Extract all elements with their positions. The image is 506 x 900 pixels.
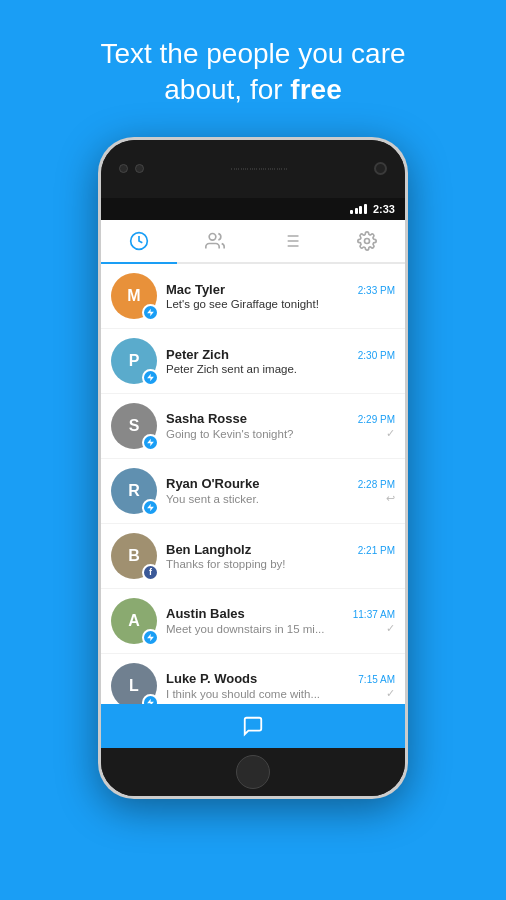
phone-top-bezel (101, 140, 405, 198)
tab-bar (101, 220, 405, 264)
status-icon-luke-p-woods: ✓ (386, 687, 395, 700)
bottom-nav-bar (101, 704, 405, 748)
badge-luke-p-woods (142, 694, 159, 704)
badge-ben-langholz: f (142, 564, 159, 581)
tab-settings[interactable] (329, 220, 405, 262)
chat-preview-austin-bales: Meet you downstairs in 15 mi... (166, 623, 382, 635)
chat-content-mac-tyler: Mac Tyler2:33 PMLet's go see Giraffage t… (166, 282, 395, 310)
camera-dots (119, 164, 144, 173)
promo-header: Text the people you care about, for free (60, 36, 445, 109)
tab-contacts[interactable] (177, 220, 253, 262)
tab-recent[interactable] (101, 220, 177, 264)
chat-preview-mac-tyler: Let's go see Giraffage tonight! (166, 298, 395, 310)
avatar-wrapper-ryan-orourke: R (111, 468, 157, 514)
chat-content-ben-langholz: Ben Langholz2:21 PMThanks for stopping b… (166, 542, 395, 570)
avatar-wrapper-peter-zich: P (111, 338, 157, 384)
chat-name-ryan-orourke: Ryan O'Rourke (166, 476, 259, 491)
settings-icon (357, 231, 377, 251)
clock-icon (129, 231, 149, 251)
tab-list[interactable] (253, 220, 329, 262)
svg-point-1 (209, 233, 216, 240)
chat-item-ryan-orourke[interactable]: RRyan O'Rourke2:28 PMYou sent a sticker.… (101, 459, 405, 524)
svg-point-8 (365, 238, 370, 243)
chat-time-sasha-rosse: 2:29 PM (358, 414, 395, 425)
home-button[interactable] (236, 755, 270, 789)
list-icon (281, 231, 301, 251)
chat-content-sasha-rosse: Sasha Rosse2:29 PMGoing to Kevin's tonig… (166, 411, 395, 440)
chat-time-ben-langholz: 2:21 PM (358, 545, 395, 556)
avatar-wrapper-mac-tyler: M (111, 273, 157, 319)
chat-preview-ben-langholz: Thanks for stopping by! (166, 558, 395, 570)
chat-name-sasha-rosse: Sasha Rosse (166, 411, 247, 426)
status-icon-austin-bales: ✓ (386, 622, 395, 635)
chat-name-luke-p-woods: Luke P. Woods (166, 671, 257, 686)
badge-ryan-orourke (142, 499, 159, 516)
compose-icon[interactable] (242, 715, 264, 737)
camera-dot-1 (119, 164, 128, 173)
speaker-grille (232, 164, 287, 174)
chat-item-mac-tyler[interactable]: MMac Tyler2:33 PMLet's go see Giraffage … (101, 264, 405, 329)
chat-preview-ryan-orourke: You sent a sticker. (166, 493, 382, 505)
chat-content-peter-zich: Peter Zich2:30 PMPeter Zich sent an imag… (166, 347, 395, 375)
chat-item-ben-langholz[interactable]: BfBen Langholz2:21 PMThanks for stopping… (101, 524, 405, 589)
chat-time-austin-bales: 11:37 AM (353, 609, 395, 620)
avatar-wrapper-austin-bales: A (111, 598, 157, 644)
phone-mockup: 2:33 (98, 137, 408, 799)
chat-name-austin-bales: Austin Bales (166, 606, 245, 621)
avatar-wrapper-ben-langholz: Bf (111, 533, 157, 579)
chat-preview-luke-p-woods: I think you should come with... (166, 688, 382, 700)
camera-dot-2 (135, 164, 144, 173)
camera-lens (374, 162, 387, 175)
status-time: 2:33 (373, 203, 395, 215)
status-icon-ryan-orourke: ↩ (386, 492, 395, 505)
chat-time-ryan-orourke: 2:28 PM (358, 479, 395, 490)
status-icon-sasha-rosse: ✓ (386, 427, 395, 440)
promo-text: Text the people you care about, for free (100, 38, 405, 105)
chat-time-peter-zich: 2:30 PM (358, 350, 395, 361)
phone-body: 2:33 (101, 140, 405, 796)
avatar-wrapper-luke-p-woods: L (111, 663, 157, 704)
chat-name-mac-tyler: Mac Tyler (166, 282, 225, 297)
chat-preview-sasha-rosse: Going to Kevin's tonight? (166, 428, 382, 440)
chat-time-mac-tyler: 2:33 PM (358, 285, 395, 296)
messenger-app: MMac Tyler2:33 PMLet's go see Giraffage … (101, 220, 405, 748)
chat-content-ryan-orourke: Ryan O'Rourke2:28 PMYou sent a sticker.↩ (166, 476, 395, 505)
chat-item-sasha-rosse[interactable]: SSasha Rosse2:29 PMGoing to Kevin's toni… (101, 394, 405, 459)
chat-item-austin-bales[interactable]: AAustin Bales11:37 AMMeet you downstairs… (101, 589, 405, 654)
contacts-icon (205, 231, 225, 251)
badge-sasha-rosse (142, 434, 159, 451)
chat-item-luke-p-woods[interactable]: LLuke P. Woods7:15 AMI think you should … (101, 654, 405, 704)
status-bar: 2:33 (101, 198, 405, 220)
chat-content-austin-bales: Austin Bales11:37 AMMeet you downstairs … (166, 606, 395, 635)
chat-name-ben-langholz: Ben Langholz (166, 542, 251, 557)
badge-mac-tyler (142, 304, 159, 321)
badge-austin-bales (142, 629, 159, 646)
phone-screen: 2:33 (101, 198, 405, 748)
chat-item-peter-zich[interactable]: PPeter Zich2:30 PMPeter Zich sent an ima… (101, 329, 405, 394)
phone-bottom-bezel (101, 748, 405, 796)
chat-content-luke-p-woods: Luke P. Woods7:15 AMI think you should c… (166, 671, 395, 700)
signal-icon (350, 204, 367, 214)
avatar-wrapper-sasha-rosse: S (111, 403, 157, 449)
chat-preview-peter-zich: Peter Zich sent an image. (166, 363, 395, 375)
chat-time-luke-p-woods: 7:15 AM (358, 674, 395, 685)
chat-list: MMac Tyler2:33 PMLet's go see Giraffage … (101, 264, 405, 704)
chat-name-peter-zich: Peter Zich (166, 347, 229, 362)
badge-peter-zich (142, 369, 159, 386)
